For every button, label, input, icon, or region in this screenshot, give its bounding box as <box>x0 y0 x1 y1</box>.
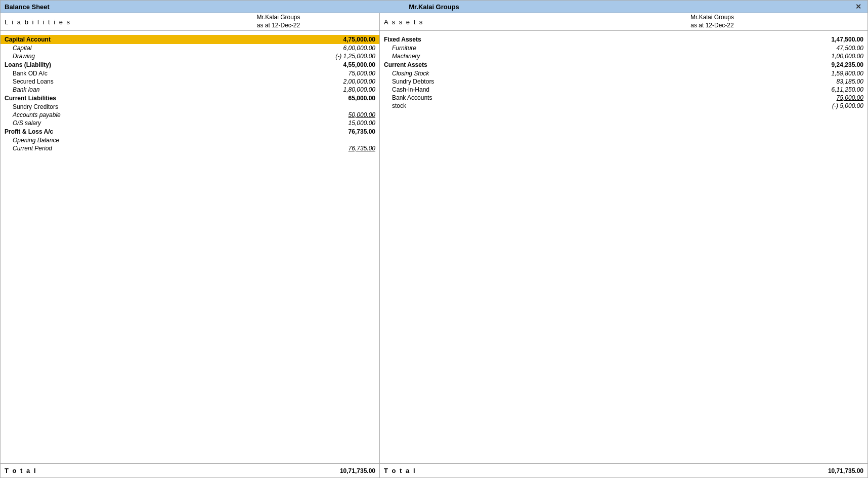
loans-liability-amount: 4,55,000.00 <box>315 61 375 68</box>
current-period-row[interactable]: Current Period 76,735.00 <box>1 144 379 152</box>
current-period-amount: 76,735.00 <box>315 145 375 152</box>
loans-liability-label: Loans (Liability) <box>5 61 315 68</box>
liabilities-total-amount: 10,71,735.00 <box>314 467 379 474</box>
stock-row[interactable]: stock (-) 5,000.00 <box>380 102 867 110</box>
bank-loan-row[interactable]: Bank loan 1,80,000.00 <box>1 86 379 94</box>
secured-loans-row[interactable]: Secured Loans 2,00,000.00 <box>1 77 379 86</box>
opening-balance-label: Opening Balance <box>13 137 315 144</box>
furniture-label: Furniture <box>392 45 803 52</box>
assets-footer: T o t a l 10,71,735.00 <box>380 464 867 477</box>
sundry-debtors-label: Sundry Debtors <box>392 78 803 85</box>
capital-item-row[interactable]: Capital 6,00,000.00 <box>1 44 379 52</box>
assets-panel: Fixed Assets 1,47,500.00 Furniture 47,50… <box>380 31 867 463</box>
capital-amount: 6,00,000.00 <box>315 45 375 52</box>
stock-label: stock <box>392 102 803 109</box>
liabilities-footer: T o t a l 10,71,735.00 <box>1 464 380 477</box>
capital-account-label: Capital Account <box>5 36 315 43</box>
assets-date: as at 12-Dec-22 <box>557 22 867 30</box>
cash-in-hand-label: Cash-in-Hand <box>392 86 803 93</box>
liabilities-company-name: Mr.Kalai Groups <box>178 14 379 22</box>
secured-loans-amount: 2,00,000.00 <box>315 78 375 85</box>
assets-total-label: T o t a l <box>380 467 802 474</box>
assets-company-name: Mr.Kalai Groups <box>557 14 867 22</box>
current-period-label: Current Period <box>13 145 315 152</box>
assets-company: Mr.Kalai Groups as at 12-Dec-22 <box>557 14 867 29</box>
column-headers: L i a b i l i t i e s Mr.Kalai Groups as… <box>1 13 867 31</box>
profit-loss-label: Profit & Loss A/c <box>5 128 315 135</box>
liabilities-header: L i a b i l i t i e s Mr.Kalai Groups as… <box>1 13 380 30</box>
drawing-item-row[interactable]: Drawing (-) 1,25,000.00 <box>1 52 379 60</box>
accounts-payable-amount: 50,000.00 <box>315 111 375 118</box>
closing-stock-amount: 1,59,800.00 <box>803 70 863 77</box>
os-salary-amount: 15,000.00 <box>315 120 375 127</box>
closing-stock-label: Closing Stock <box>392 70 803 77</box>
title-bar: Balance Sheet Mr.Kalai Groups ✕ <box>1 1 867 13</box>
bank-od-label: Bank OD A/c <box>13 70 315 77</box>
sundry-debtors-row[interactable]: Sundry Debtors 83,185.00 <box>380 77 867 86</box>
machinery-label: Machinery <box>392 53 803 60</box>
liabilities-date: as at 12-Dec-22 <box>178 22 379 30</box>
fixed-assets-row[interactable]: Fixed Assets 1,47,500.00 <box>380 35 867 44</box>
cash-in-hand-amount: 6,11,250.00 <box>803 86 863 93</box>
main-content: Capital Account 4,75,000.00 Capital 6,00… <box>1 31 867 463</box>
current-liabilities-amount: 65,000.00 <box>315 95 375 102</box>
bank-loan-label: Bank loan <box>13 86 315 93</box>
bank-accounts-label: Bank Accounts <box>392 94 803 101</box>
profit-loss-amount: 76,735.00 <box>315 128 375 135</box>
fixed-assets-amount: 1,47,500.00 <box>803 36 863 43</box>
current-assets-amount: 9,24,235.00 <box>803 61 863 68</box>
accounts-payable-row[interactable]: Accounts payable 50,000.00 <box>1 111 379 119</box>
cash-in-hand-row[interactable]: Cash-in-Hand 6,11,250.00 <box>380 86 867 94</box>
loans-liability-row[interactable]: Loans (Liability) 4,55,000.00 <box>1 60 379 69</box>
stock-amount: (-) 5,000.00 <box>803 102 863 109</box>
machinery-amount: 1,00,000.00 <box>803 53 863 60</box>
bank-accounts-row[interactable]: Bank Accounts 75,000.00 <box>380 94 867 102</box>
window-title-left: Balance Sheet <box>5 3 50 11</box>
opening-balance-row[interactable]: Opening Balance <box>1 136 379 144</box>
sundry-debtors-amount: 83,185.00 <box>803 78 863 85</box>
sundry-creditors-label: Sundry Creditors <box>13 103 315 110</box>
os-salary-row[interactable]: O/S salary 15,000.00 <box>1 119 379 127</box>
capital-account-amount: 4,75,000.00 <box>315 36 375 43</box>
footer-row: T o t a l 10,71,735.00 T o t a l 10,71,7… <box>1 463 867 477</box>
machinery-row[interactable]: Machinery 1,00,000.00 <box>380 52 867 60</box>
current-liabilities-row[interactable]: Current Liabilities 65,000.00 <box>1 94 379 103</box>
secured-loans-label: Secured Loans <box>13 78 315 85</box>
current-liabilities-label: Current Liabilities <box>5 95 315 102</box>
sundry-creditors-row[interactable]: Sundry Creditors <box>1 103 379 111</box>
drawing-label: Drawing <box>13 53 315 60</box>
bank-loan-amount: 1,80,000.00 <box>315 86 375 93</box>
liabilities-total-label: T o t a l <box>1 467 314 474</box>
liabilities-panel: Capital Account 4,75,000.00 Capital 6,00… <box>1 31 380 463</box>
fixed-assets-label: Fixed Assets <box>384 36 803 43</box>
balance-sheet-window: Balance Sheet Mr.Kalai Groups ✕ L i a b … <box>0 0 868 478</box>
drawing-amount: (-) 1,25,000.00 <box>315 53 375 60</box>
assets-total-amount: 10,71,735.00 <box>802 467 867 474</box>
window-title-center: Mr.Kalai Groups <box>409 3 459 11</box>
capital-label: Capital <box>13 45 315 52</box>
capital-account-row[interactable]: Capital Account 4,75,000.00 <box>1 35 379 44</box>
furniture-amount: 47,500.00 <box>803 45 863 52</box>
accounts-payable-label: Accounts payable <box>13 111 315 118</box>
liabilities-label: L i a b i l i t i e s <box>1 16 178 28</box>
current-assets-row[interactable]: Current Assets 9,24,235.00 <box>380 60 867 69</box>
liabilities-company: Mr.Kalai Groups as at 12-Dec-22 <box>178 14 379 29</box>
closing-stock-row[interactable]: Closing Stock 1,59,800.00 <box>380 69 867 77</box>
assets-header: A s s e t s Mr.Kalai Groups as at 12-Dec… <box>380 13 867 30</box>
assets-label: A s s e t s <box>380 16 557 28</box>
bank-od-amount: 75,000.00 <box>315 70 375 77</box>
bank-od-row[interactable]: Bank OD A/c 75,000.00 <box>1 69 379 77</box>
profit-loss-row[interactable]: Profit & Loss A/c 76,735.00 <box>1 127 379 136</box>
close-button[interactable]: ✕ <box>853 3 863 11</box>
bank-accounts-amount: 75,000.00 <box>803 94 863 101</box>
current-assets-label: Current Assets <box>384 61 803 68</box>
os-salary-label: O/S salary <box>13 120 315 127</box>
furniture-row[interactable]: Furniture 47,500.00 <box>380 44 867 52</box>
